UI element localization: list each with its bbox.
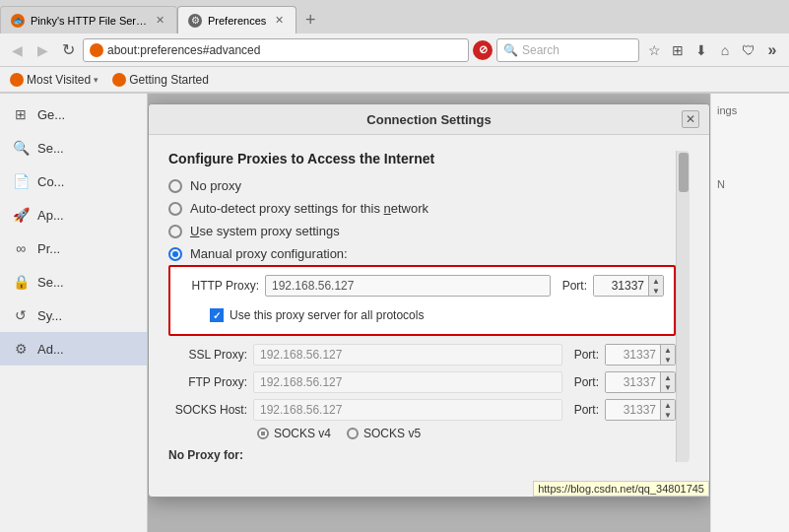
ssl-port-input[interactable] bbox=[606, 345, 660, 365]
shield-icon[interactable]: 🛡 bbox=[738, 39, 759, 61]
forward-button[interactable]: ▶ bbox=[32, 39, 53, 61]
http-proxy-label: HTTP Proxy: bbox=[180, 279, 259, 293]
ftp-port-input[interactable] bbox=[606, 372, 660, 392]
star-icon[interactable]: ☆ bbox=[643, 39, 665, 61]
sidebar-item-security-label: Se... bbox=[37, 275, 64, 290]
connection-settings-dialog: Connection Settings ✕ Configure Proxies … bbox=[148, 103, 710, 498]
content-area: ⊞ Ge... 🔍 Se... 📄 Co... 🚀 Ap... ∞ Pr... … bbox=[0, 94, 789, 532]
http-port-input-wrapper: ▲ ▼ bbox=[593, 275, 664, 297]
fish-icon: 🐟 bbox=[11, 14, 25, 28]
socks-v5-radio bbox=[347, 428, 359, 439]
radio-system-proxy[interactable]: Use system proxy settings bbox=[168, 224, 676, 238]
refresh-button[interactable]: ↻ bbox=[57, 39, 79, 61]
home-icon[interactable]: ⌂ bbox=[714, 39, 736, 61]
use-for-all-checkbox[interactable]: ✓ bbox=[210, 308, 224, 322]
manual-proxy-section: HTTP Proxy: Port: ▲ ▼ bbox=[168, 265, 676, 336]
tab-bar: 🐟 Pinky's HTTP File Server ✕ ⚙ Preferenc… bbox=[0, 0, 789, 33]
sidebar-item-search[interactable]: 🔍 Se... bbox=[0, 131, 147, 165]
ftp-port-label: Port: bbox=[574, 375, 599, 389]
dialog-scrollbar[interactable] bbox=[676, 151, 690, 462]
bookmark-getting-started[interactable]: Getting Started bbox=[108, 72, 213, 88]
general-icon: ⊞ bbox=[12, 105, 30, 123]
ftp-port-input-wrapper: ▲ ▼ bbox=[605, 371, 676, 393]
tab-label-preferences: Preferences bbox=[208, 15, 266, 27]
socks-v4-option[interactable]: SOCKS v4 bbox=[257, 427, 331, 440]
address-bar: ◀ ▶ ↻ about:preferences#advanced ⊘ 🔍 Sea… bbox=[0, 33, 789, 67]
sidebar-item-apps[interactable]: 🚀 Ap... bbox=[0, 198, 147, 232]
http-proxy-input[interactable] bbox=[265, 275, 551, 297]
browser-chrome: 🐟 Pinky's HTTP File Server ✕ ⚙ Preferenc… bbox=[0, 0, 789, 94]
sidebar-item-sync[interactable]: ↺ Sy... bbox=[0, 299, 147, 332]
sidebar-item-apps-label: Ap... bbox=[37, 208, 64, 223]
radio-auto-detect[interactable]: Auto-detect proxy settings for this netw… bbox=[168, 201, 676, 216]
radio-system-proxy-circle bbox=[168, 225, 182, 238]
tab-http-server[interactable]: 🐟 Pinky's HTTP File Server ✕ bbox=[0, 6, 177, 33]
ftp-port-spinners: ▲ ▼ bbox=[660, 372, 675, 392]
new-tab-button[interactable]: + bbox=[296, 6, 324, 33]
sidebar-item-content[interactable]: 📄 Co... bbox=[0, 165, 147, 198]
right-panel-text-ings: ings bbox=[717, 103, 783, 118]
ftp-port-up-btn[interactable]: ▲ bbox=[661, 372, 675, 382]
socks-v4-radio bbox=[257, 428, 269, 439]
download-icon[interactable]: ⬇ bbox=[690, 39, 712, 61]
radio-no-proxy[interactable]: No proxy bbox=[168, 178, 676, 193]
http-proxy-row: HTTP Proxy: Port: ▲ ▼ bbox=[180, 275, 664, 297]
ssl-proxy-label: SSL Proxy: bbox=[168, 348, 247, 362]
address-bar-input[interactable]: about:preferences#advanced bbox=[83, 38, 469, 62]
use-for-all-row[interactable]: ✓ Use this proxy server for all protocol… bbox=[210, 304, 664, 326]
radio-no-proxy-label: No proxy bbox=[190, 178, 241, 193]
socks-v4-label: SOCKS v4 bbox=[274, 427, 331, 440]
ssl-port-down-btn[interactable]: ▼ bbox=[661, 355, 675, 365]
ssl-port-label: Port: bbox=[574, 348, 599, 362]
tab-label-http-server: Pinky's HTTP File Server bbox=[31, 15, 147, 27]
http-port-up-btn[interactable]: ▲ bbox=[649, 276, 663, 286]
bookmarks-bar: Most Visited ▾ Getting Started bbox=[0, 67, 789, 93]
dialog-close-button[interactable]: ✕ bbox=[682, 110, 699, 128]
socks-port-down-btn[interactable]: ▼ bbox=[661, 410, 675, 420]
radio-auto-detect-label: Auto-detect proxy settings for this netw… bbox=[190, 201, 428, 216]
http-port-label: Port: bbox=[562, 279, 587, 293]
tab-close-http-server[interactable]: ✕ bbox=[153, 14, 166, 28]
use-for-all-label: Use this proxy server for all protocols bbox=[230, 308, 424, 322]
chevron-down-icon: ▾ bbox=[94, 75, 99, 85]
socks-host-label: SOCKS Host: bbox=[168, 403, 247, 417]
socks-host-input[interactable] bbox=[253, 399, 562, 421]
radio-manual-proxy[interactable]: Manual proxy configuration: bbox=[168, 246, 676, 261]
tab-close-preferences[interactable]: ✕ bbox=[272, 14, 286, 28]
tab-preferences[interactable]: ⚙ Preferences ✕ bbox=[177, 6, 296, 33]
gear-icon: ⚙ bbox=[188, 14, 202, 28]
ssl-proxy-input[interactable] bbox=[253, 344, 562, 366]
most-visited-icon bbox=[10, 73, 24, 87]
socks-port-input[interactable] bbox=[606, 400, 660, 420]
ftp-port-down-btn[interactable]: ▼ bbox=[661, 382, 675, 392]
radio-manual-proxy-label: Manual proxy configuration: bbox=[190, 246, 348, 261]
sidebar-item-advanced[interactable]: ⚙ Ad... bbox=[0, 332, 147, 366]
overflow-button[interactable]: » bbox=[761, 39, 783, 61]
search-box[interactable]: 🔍 Search bbox=[496, 38, 639, 62]
ssl-port-spinners: ▲ ▼ bbox=[660, 345, 675, 365]
getting-started-icon bbox=[112, 73, 126, 87]
dialog-titlebar: Connection Settings ✕ bbox=[149, 104, 709, 135]
http-port-down-btn[interactable]: ▼ bbox=[649, 286, 663, 296]
scrollbar-thumb[interactable] bbox=[679, 153, 689, 192]
radio-auto-detect-circle bbox=[168, 202, 182, 216]
socks-port-up-btn[interactable]: ▲ bbox=[661, 400, 675, 410]
bookmark-icon[interactable]: ⊞ bbox=[667, 39, 689, 61]
bookmark-most-visited-label: Most Visited bbox=[27, 73, 91, 87]
socks-v5-option[interactable]: SOCKS v5 bbox=[347, 427, 421, 440]
security-icon: 🔒 bbox=[12, 273, 30, 291]
apps-icon: 🚀 bbox=[12, 206, 30, 224]
back-button[interactable]: ◀ bbox=[6, 39, 28, 61]
toolbar-icons: ☆ ⊞ ⬇ ⌂ 🛡 » bbox=[643, 39, 783, 61]
sidebar-item-privacy[interactable]: ∞ Pr... bbox=[0, 232, 147, 265]
bookmark-most-visited[interactable]: Most Visited ▾ bbox=[6, 72, 102, 88]
advanced-icon: ⚙ bbox=[12, 340, 30, 358]
socks-host-row: SOCKS Host: Port: ▲ ▼ bbox=[168, 399, 676, 421]
sync-icon: ↺ bbox=[12, 306, 30, 324]
http-port-input[interactable] bbox=[594, 276, 648, 296]
sidebar-item-security[interactable]: 🔒 Se... bbox=[0, 265, 147, 299]
ftp-proxy-input[interactable] bbox=[253, 371, 562, 393]
ssl-port-up-btn[interactable]: ▲ bbox=[661, 345, 675, 355]
sidebar-item-general[interactable]: ⊞ Ge... bbox=[0, 98, 147, 131]
content-icon: 📄 bbox=[12, 172, 30, 190]
